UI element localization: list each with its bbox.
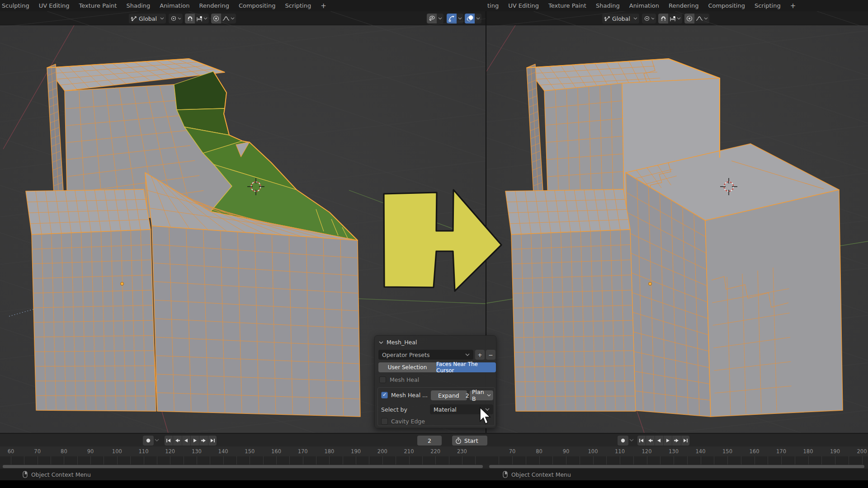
workspace-tab-left-shading[interactable]: Shading [126, 2, 150, 9]
ruler-frame-label: 110 [615, 448, 625, 455]
workspace-tab-left-compositing[interactable]: Compositing [239, 2, 276, 9]
snap-target-icon [670, 16, 676, 22]
timeline-tick-strip[interactable] [0, 456, 868, 465]
workspace-tab-right-shading[interactable]: Shading [596, 2, 620, 9]
snap-magnet-toggle[interactable] [185, 14, 195, 23]
preset-add-button[interactable]: + [475, 350, 485, 360]
mesh-heal-checkbox[interactable] [379, 376, 386, 383]
ruler-tick [236, 456, 237, 465]
play-icon [665, 438, 670, 443]
next-keyframe-button[interactable] [672, 436, 681, 446]
workspace-tabs-left: SculptingUV EditingTexture PaintShadingA… [2, 0, 326, 11]
orientation-axis-icon [131, 15, 137, 22]
workspace-tab-left-rendering[interactable]: Rendering [199, 2, 229, 9]
workspace-tab-right-scripting[interactable]: Scripting [755, 2, 781, 9]
previous-keyframe-button[interactable] [173, 436, 182, 446]
show-gizmos-dropdown[interactable] [457, 14, 463, 23]
play-reverse-button[interactable] [655, 436, 664, 446]
workspace-tab-right-compositing[interactable]: Compositing [708, 2, 745, 9]
workspace-tab-left-scripting[interactable]: Scripting [285, 2, 311, 9]
user-selection-button[interactable]: User Selection [378, 362, 436, 372]
current-frame-field[interactable]: 2 [417, 436, 442, 446]
snap-with-dropdown[interactable] [668, 14, 682, 23]
ruler-tick [449, 456, 449, 465]
record-chevron-icon[interactable] [629, 439, 634, 442]
ruler-tick [130, 456, 131, 465]
ruler-tick [396, 456, 396, 465]
workspace-tab-left-sculpting[interactable]: Sculpting [2, 2, 29, 9]
timeline-scrollbar-left[interactable] [3, 465, 483, 468]
workspace-tab-right-rendering[interactable]: Rendering [669, 2, 698, 9]
mesh-heal-label: Mesh Heal [390, 376, 419, 383]
pivot-point-dropdown-left[interactable] [169, 14, 183, 23]
snap-with-dropdown[interactable] [195, 14, 209, 23]
show-overlays-icon [467, 15, 473, 22]
ruler-frame-label: 110 [139, 448, 149, 455]
proportional-editing-group-left [211, 14, 236, 23]
ruler-tick [714, 456, 714, 465]
ruler-tick [647, 456, 647, 465]
panel-header[interactable]: Mesh_Heal [375, 338, 496, 347]
ruler-frame-label: 200 [857, 448, 867, 455]
selectability-visibility-dropdown[interactable] [437, 14, 443, 23]
show-gizmos-toggle[interactable] [447, 14, 457, 23]
play-reverse-button[interactable] [182, 436, 191, 446]
transform-orientation-dropdown-left[interactable]: Global [129, 14, 166, 23]
workspace-tab-right-uv-editing[interactable]: UV Editing [508, 2, 539, 9]
ruler-frame-label: 90 [87, 448, 94, 455]
workspace-tab-left-animation[interactable]: Animation [160, 2, 189, 9]
jump-to-start-button[interactable] [165, 436, 173, 446]
next-keyframe-button[interactable] [199, 436, 208, 446]
plan-dropdown[interactable]: Plan B [470, 390, 493, 400]
ruler-tick [821, 456, 822, 465]
falloff-dropdown[interactable] [221, 14, 236, 23]
play-button[interactable] [664, 436, 672, 446]
chevron-down-icon [203, 17, 208, 20]
add-workspace-button[interactable]: + [321, 2, 326, 10]
show-overlays-dropdown[interactable] [475, 14, 481, 23]
proportional-editing-toggle[interactable] [684, 14, 694, 23]
chevron-down-icon [231, 17, 235, 20]
jump-to-end-button[interactable] [208, 436, 217, 446]
timeline-scrollbar-right[interactable] [489, 465, 864, 468]
workspace-tab-right-animation[interactable]: Animation [629, 2, 659, 9]
workspace-tab-left-texture-paint[interactable]: Texture Paint [79, 2, 117, 9]
workspace-tab-left-uv-editing[interactable]: UV Editing [39, 2, 70, 9]
workspace-tab-right-texture-paint[interactable]: Texture Paint [548, 2, 586, 9]
play-button[interactable] [191, 436, 199, 446]
start-frame-field[interactable]: Start [452, 436, 487, 446]
jump-to-end-button[interactable] [681, 436, 689, 446]
pivot-point-dropdown-right[interactable] [642, 14, 656, 23]
snap-magnet-toggle[interactable] [658, 14, 668, 23]
cavity-edge-checkbox[interactable] [381, 418, 388, 425]
ruler-tick [369, 456, 369, 465]
transform-orientation-dropdown-right[interactable]: Global [602, 14, 639, 23]
record-button-right[interactable] [618, 436, 628, 446]
panel-title: Mesh_Heal [387, 339, 417, 346]
previous-keyframe-button[interactable] [646, 436, 655, 446]
operator-presets-dropdown[interactable]: Operator Presets [378, 350, 473, 360]
selectability-visibility-toggle[interactable] [427, 14, 437, 23]
preset-remove-button[interactable]: − [486, 350, 495, 360]
mesh-heal-sub-checkbox[interactable] [381, 392, 388, 399]
ruler-tick [475, 456, 476, 465]
ruler-tick [539, 456, 540, 465]
chevron-down-icon [178, 17, 181, 20]
ruler-tick [144, 456, 144, 465]
mesh-heal-sub-label: Mesh Heal ... [391, 392, 428, 399]
proportional-editing-toggle[interactable] [211, 14, 221, 23]
record-chevron-icon[interactable] [155, 439, 159, 442]
add-workspace-button[interactable]: + [790, 2, 796, 10]
panel-collapse-chevron-icon[interactable] [379, 341, 383, 344]
timeline-ruler[interactable]: 6070809010011012013014015016017018019020… [0, 446, 868, 456]
play-reverse-icon [656, 438, 662, 443]
magnet-icon [187, 15, 193, 22]
faces-near-cursor-button[interactable]: Faces Near The Cursor [436, 362, 496, 372]
viewport-3d-right[interactable] [486, 25, 868, 433]
workspace-tab-right-ting[interactable]: ting [487, 2, 499, 9]
record-button-left[interactable] [143, 436, 154, 446]
jump-to-start-button[interactable] [637, 436, 646, 446]
show-overlays-toggle[interactable] [465, 14, 475, 23]
falloff-dropdown[interactable] [694, 14, 709, 23]
expand-button[interactable]: Expand 2 [431, 390, 467, 400]
